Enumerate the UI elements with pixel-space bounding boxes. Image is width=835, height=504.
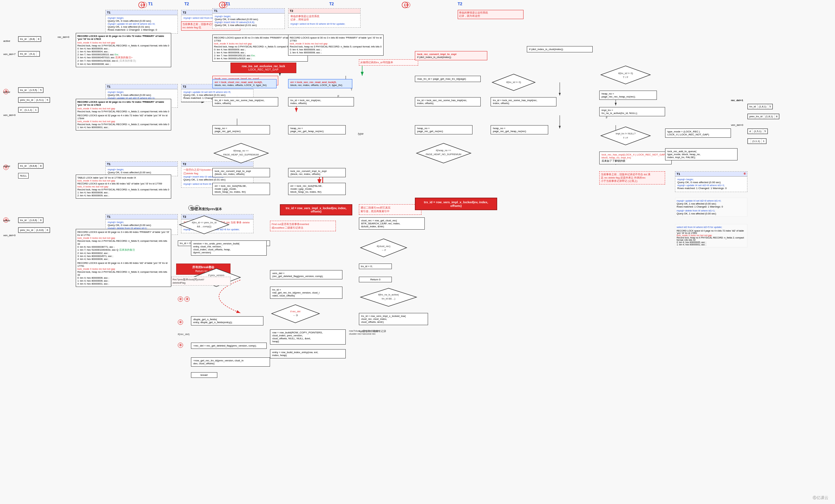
svg-text:PAGE_HEAP_NO_SUPREMUM: PAGE_HEAP_NO_SUPREMUM bbox=[223, 153, 259, 156]
state-table-right-1: trx_id (1,8,1) 5 bbox=[748, 104, 773, 109]
return-0-box: Return 0 bbox=[359, 277, 392, 282]
record-locks-3a: RECORD LOCKS space id 32 page no 4 n bit… bbox=[76, 99, 171, 130]
svg-text:T: T bbox=[351, 88, 353, 91]
lock-rec-convert-top-right: lock_rec_convert_impl_to_expl if (dict_i… bbox=[415, 51, 487, 60]
bottom-query-area: mysql> update t4 set id2=8 where id1=4; … bbox=[675, 198, 748, 217]
t1-sql-1: mysql> begin; bbox=[108, 17, 176, 19]
err-lock-sec-read-box: err = lock_sec_rec_read_and_lock(0, bloc… bbox=[288, 79, 352, 88]
active-label-3b: active bbox=[3, 219, 10, 222]
svg-text:if(heap_no ==: if(heap_no == bbox=[233, 149, 249, 152]
trx-id-lock-rec-box: trx_id = lock_rec_impl(rec,index, offset… bbox=[288, 97, 354, 106]
row-get-rec-trx-box: =row_get_rec_trx_id(prev_version, clust_… bbox=[191, 358, 270, 367]
svg-text:T / F: T / F bbox=[623, 136, 628, 139]
page-rec-heap-no-right: heap_no =page_rec_get_heap_no(rec) bbox=[491, 125, 548, 135]
type-annotation-text: type bbox=[358, 132, 364, 135]
svg-text:→ F: → F bbox=[381, 249, 386, 252]
find-out-annotation: Find out是否有当前事务inserted或modified 二级索引记录法 bbox=[270, 221, 336, 231]
ven-del-3b: ven_del=0 bbox=[3, 234, 16, 237]
t1-header: T1 bbox=[106, 10, 178, 15]
t1-sql-5: Rows matched: 1 Changed: 1 Warnings: 0 bbox=[108, 28, 176, 31]
svg-text:T / F: T / F bbox=[623, 76, 628, 79]
lock-rec-convert-center-1: lock_rec_convert_impl_to_expl(block, rec… bbox=[212, 168, 270, 177]
svg-text:→ ③: → ③ bbox=[293, 314, 298, 317]
prev-version-build-box: version = trx_undo_prev_version_build(en… bbox=[191, 240, 267, 256]
state-table-2a: trx_id (9,8,8) 8 bbox=[18, 163, 43, 169]
record-locks-2: TABLE LOCK table 'yzs'.'t3' trx id 17789… bbox=[76, 175, 171, 199]
t1-sql-4: Query OK, 1 row affected (0.01 sec) bbox=[108, 25, 176, 28]
select-bottom-right: select id2 from t4 where id2=5 for updat… bbox=[675, 224, 748, 247]
impl-trx-active-box: impl_trx =trx_rw_is_active(trx_id, NULL)… bbox=[599, 107, 665, 116]
rec-del-right-header: rec_del=1 bbox=[731, 99, 743, 102]
state-table-right-4: (1,1,1) 1 bbox=[748, 138, 767, 144]
svg-marker-40 bbox=[601, 66, 650, 84]
prev-loop-4: ⑤ bbox=[178, 343, 183, 348]
circle-5-6: ⑤ ⑥ bbox=[188, 205, 200, 210]
break-box-bottom: break! bbox=[191, 372, 217, 378]
state-table-1: trx_id (8,8) 8 bbox=[18, 36, 41, 42]
svg-text:PAGE_HEAP_NO_SUPREMUM: PAGE_HEAP_NO_SUPREMUM bbox=[426, 153, 461, 156]
bottom-right-annotation: 当前事务之前，旧版本记录还不符合 && 满足 rec delete flag 还… bbox=[599, 171, 665, 184]
svg-marker-43 bbox=[601, 127, 650, 145]
if-trx-id-right-diamond: if(trx_id != 0) T / F bbox=[599, 64, 652, 86]
rec-del-get-flag-box: =rec_del = rec_get_deleted_flag(prev_ver… bbox=[191, 343, 267, 349]
t2-sql-3: mysql> update t4 set id2=5 where id1=5; bbox=[183, 90, 251, 94]
t1-sql-q-3: Query OK, 0 rows affected (0.00 sec) bbox=[108, 94, 176, 97]
heap-no-right2: heap_no =page_rec_get_no(rec) bbox=[415, 125, 472, 135]
t2-main-label: T2 bbox=[329, 2, 334, 6]
t2-label-top: T2 bbox=[184, 2, 189, 6]
type-mode-box: type_mode = (LOCK_REC |LOCK_X | LOCK_REC… bbox=[665, 128, 731, 138]
svg-text:trx_id && ...): trx_id && ...) bbox=[382, 297, 395, 300]
t1-sql-3: mysql> update t4 set id2=8 where id1=4; bbox=[108, 22, 176, 25]
if-impl-trx-diamond: impl_trx != NULL? T / F bbox=[599, 125, 652, 146]
section2-t1-box: T1 mysql> begin; Query OK, 0 rows affect… bbox=[105, 161, 178, 176]
state-table-right-2: prev_trx_id (1,8,1) 8 bbox=[748, 114, 779, 119]
trx-id-lock-rec-top-right: trx_id = lock_rec_some_has_impl(rec,inde… bbox=[491, 97, 556, 106]
state-table-3a: trx_id (1,5,5) 5 bbox=[18, 87, 43, 93]
rec-secondary-index-label: rec是当前二级索引记录 bbox=[359, 329, 386, 333]
svg-text:if(fro_rw_is_active(: if(fro_rw_is_active( bbox=[378, 293, 399, 296]
section4-t1-box: T1 mysql> begin; Query OK, 0 rows affect… bbox=[105, 10, 178, 34]
section1-t1-box: T1 mysql> begin; Query OK, 0 rows affect… bbox=[212, 8, 285, 29]
state-table-right-3: d (1,5,1) 5 bbox=[748, 128, 768, 134]
dtuple-fields-box: dtuple_get_n_fields(entry, dtuple_get_n_… bbox=[191, 316, 263, 325]
vers-del-box: vers_del =(rec_get_deleted_flag(prev_ver… bbox=[270, 270, 342, 279]
trx-id-lock-sec-top-right: trx_id = lock_sec_rec_some_has_impl(rec,… bbox=[415, 97, 481, 106]
svg-text:&& ...comp()): && ...comp()) bbox=[197, 225, 212, 228]
rec-del-header: rec_del=0 bbox=[58, 36, 69, 39]
dict-index-clust-box: if (dict_index_is_clust(index)) bbox=[527, 46, 593, 53]
trx-id-vers-box: trx_id =row_get_rec_trx_id(prev_version,… bbox=[270, 287, 342, 299]
svg-text:impl_trx != NULL?: impl_trx != NULL? bbox=[616, 132, 635, 135]
state-table-3b: prev_trx_id (1,5,1) 5 bbox=[18, 97, 50, 103]
active-label-1: active bbox=[3, 40, 10, 42]
circle-1-top-right: ① bbox=[404, 2, 410, 8]
null-label: NULL bbox=[18, 173, 29, 179]
prev-loop-1: ② bbox=[178, 297, 183, 302]
err-lock-clust-read-box: err = lock_clust_rec_read_and_lock(0, bl… bbox=[212, 79, 277, 88]
state-table-3e: prev_trx_id (1,6,6) 6 bbox=[18, 227, 50, 233]
svg-text:if(trx_id != 0): if(trx_id != 0) bbox=[618, 72, 633, 75]
heap-no-left: heap_no =page_rec_get_no(rec) bbox=[212, 125, 270, 135]
record-locks-3b: RECORD LOCKS space id 30 page no 3 n bit… bbox=[76, 229, 171, 287]
heap-no-right: heap_no =page_rec_get_heap_no(rec) bbox=[288, 125, 346, 135]
ven-del-right: ven_del=0 bbox=[731, 123, 743, 126]
svg-text:if rec_del: if rec_del bbox=[290, 310, 301, 313]
err-lock-rec-lock-2: err = lock_rec_lock(FALSE,mode | gap_mod… bbox=[288, 183, 346, 195]
record-locks-box-1: RECORD LOCKS space id 31 page no 3 n bit… bbox=[76, 33, 171, 67]
section1-t2-box: T2 将临的事情是让这些系统记录，用有这些 mysql> select id f… bbox=[288, 8, 361, 28]
svg-text:if(trx_id <= prev_trx_id: if(trx_id <= prev_trx_id bbox=[192, 221, 217, 224]
prev-loop-3: ④ bbox=[178, 320, 183, 325]
from-physical-annotation: 从物理记录的trx_id寻找版本 bbox=[359, 59, 418, 65]
if-trx-prev-diamond: if(trx_id <= prev_trx_id && ...comp()) bbox=[178, 214, 230, 236]
circle-4-top: ④ bbox=[141, 2, 147, 8]
lock-rec-add-queue-box: lock_rec_add_to_queue(type_mode, block, … bbox=[665, 148, 737, 160]
if-trx-active-diamond: if(fro_rw_is_active( trx_id && ...) bbox=[359, 287, 418, 308]
state-table-3c: d (1,1,1) 1 bbox=[18, 107, 39, 113]
heap-no-right-section: heap_no =page_rec_rec_heap_no(rec); bbox=[599, 90, 657, 100]
active-label-2: active bbox=[3, 165, 10, 168]
svg-text:if(trx_id != 0): if(trx_id != 0) bbox=[506, 81, 521, 84]
clust-rec-box: clust_rec = row_get_clust_rec(BTR_SEARCH… bbox=[359, 217, 425, 229]
t1-header-3: T1 bbox=[106, 84, 178, 89]
state-table-3d: trx_id (1,6,6) 6 bbox=[18, 217, 43, 223]
row-vers-impl-x-locked-low: trx_id = row_vers_impl_x_locked_low(clus… bbox=[359, 313, 428, 325]
trx-id-row-vers-box: trx_id = row_vers_impl_x_locked(ev, inde… bbox=[280, 204, 352, 216]
